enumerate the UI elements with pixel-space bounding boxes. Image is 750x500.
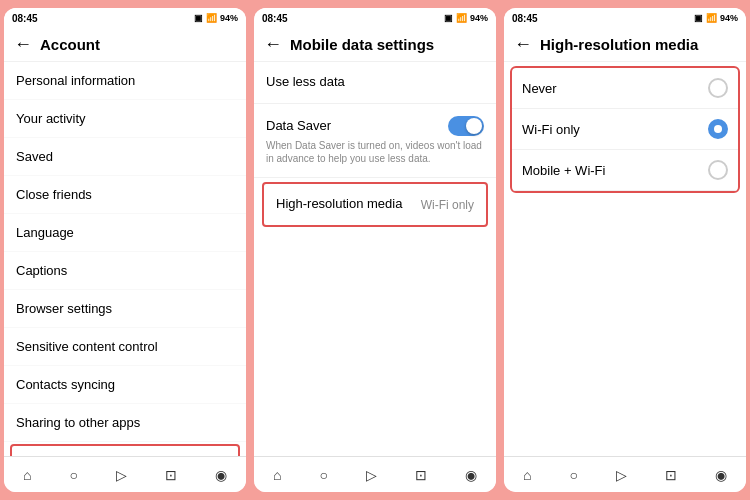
never-label: Never xyxy=(522,81,557,96)
data-saver-inline: Data Saver xyxy=(266,116,484,136)
mobile-data-header: ← Mobile data settings xyxy=(254,28,496,62)
nav-profile-3[interactable]: ◉ xyxy=(715,467,727,483)
status-time-1: 08:45 xyxy=(12,13,38,24)
nav-reels-3[interactable]: ▷ xyxy=(616,467,627,483)
data-saver-desc: When Data Saver is turned on, videos won… xyxy=(266,139,484,165)
back-button-3[interactable]: ← xyxy=(514,34,532,55)
mobile-data-title: Mobile data settings xyxy=(290,36,434,53)
high-res-panel: 08:45 ▣ 📶 94% ← High-resolution media Ne… xyxy=(504,8,746,492)
nav-reels-1[interactable]: ▷ xyxy=(116,467,127,483)
high-res-title: High-resolution media xyxy=(540,36,698,53)
battery-icon: 94% xyxy=(220,13,238,23)
wifi-icon: 📶 xyxy=(206,13,217,23)
menu-item-mobile-data-use[interactable]: Mobile data use xyxy=(10,444,240,456)
mobile-wifi-radio[interactable] xyxy=(708,160,728,180)
data-saver-toggle[interactable] xyxy=(448,116,484,136)
status-icons-2: ▣ 📶 94% xyxy=(444,13,488,23)
status-time-2: 08:45 xyxy=(262,13,288,24)
account-title: Account xyxy=(40,36,100,53)
menu-item-browser-settings[interactable]: Browser settings xyxy=(4,290,246,328)
menu-item-personal-info[interactable]: Personal information xyxy=(4,62,246,100)
menu-item-saved[interactable]: Saved xyxy=(4,138,246,176)
mobile-data-settings-list: Use less data Data Saver When Data Saver… xyxy=(254,62,496,456)
nav-profile-2[interactable]: ◉ xyxy=(465,467,477,483)
menu-item-contacts-syncing[interactable]: Contacts syncing xyxy=(4,366,246,404)
status-bar-2: 08:45 ▣ 📶 94% xyxy=(254,8,496,28)
use-less-data-label: Use less data xyxy=(266,74,484,89)
high-res-media-value: Wi-Fi only xyxy=(421,198,474,212)
battery-icon-2: 94% xyxy=(470,13,488,23)
nav-shop-2[interactable]: ⊡ xyxy=(415,467,427,483)
menu-item-sensitive-content[interactable]: Sensitive content control xyxy=(4,328,246,366)
account-menu-list: Personal information Your activity Saved… xyxy=(4,62,246,456)
menu-item-language[interactable]: Language xyxy=(4,214,246,252)
status-bar-1: 08:45 ▣ 📶 94% xyxy=(4,8,246,28)
signal-icon: ▣ xyxy=(194,13,203,23)
nav-home-3[interactable]: ⌂ xyxy=(523,467,531,483)
nav-search-1[interactable]: ○ xyxy=(69,467,77,483)
nav-home-1[interactable]: ⌂ xyxy=(23,467,31,483)
nav-shop-3[interactable]: ⊡ xyxy=(665,467,677,483)
battery-icon-3: 94% xyxy=(720,13,738,23)
menu-item-your-activity[interactable]: Your activity xyxy=(4,100,246,138)
nav-search-3[interactable]: ○ xyxy=(569,467,577,483)
use-less-data-row[interactable]: Use less data xyxy=(254,62,496,104)
wifi-only-label: Wi-Fi only xyxy=(522,122,580,137)
high-res-media-inline: High-resolution media Wi-Fi only xyxy=(276,196,474,213)
wifi-only-option[interactable]: Wi-Fi only xyxy=(512,109,738,150)
mobile-wifi-option[interactable]: Mobile + Wi-Fi xyxy=(512,150,738,191)
wifi-icon-2: 📶 xyxy=(456,13,467,23)
wifi-icon-3: 📶 xyxy=(706,13,717,23)
nav-search-2[interactable]: ○ xyxy=(319,467,327,483)
signal-icon-3: ▣ xyxy=(694,13,703,23)
account-panel: 08:45 ▣ 📶 94% ← Account Personal informa… xyxy=(4,8,246,492)
menu-item-close-friends[interactable]: Close friends xyxy=(4,176,246,214)
nav-shop-1[interactable]: ⊡ xyxy=(165,467,177,483)
wifi-only-radio[interactable] xyxy=(708,119,728,139)
status-icons-3: ▣ 📶 94% xyxy=(694,13,738,23)
radio-options-group: Never Wi-Fi only Mobile + Wi-Fi xyxy=(510,66,740,193)
status-time-3: 08:45 xyxy=(512,13,538,24)
nav-reels-2[interactable]: ▷ xyxy=(366,467,377,483)
status-bar-3: 08:45 ▣ 📶 94% xyxy=(504,8,746,28)
account-header: ← Account xyxy=(4,28,246,62)
high-res-options-list: Never Wi-Fi only Mobile + Wi-Fi xyxy=(504,62,746,456)
signal-icon-2: ▣ xyxy=(444,13,453,23)
menu-item-captions[interactable]: Captions xyxy=(4,252,246,290)
high-res-media-setting: High-resolution media Wi-Fi only xyxy=(264,184,486,225)
never-radio[interactable] xyxy=(708,78,728,98)
bottom-nav-3: ⌂ ○ ▷ ⊡ ◉ xyxy=(504,456,746,492)
data-saver-row[interactable]: Data Saver When Data Saver is turned on,… xyxy=(254,104,496,178)
mobile-data-panel: 08:45 ▣ 📶 94% ← Mobile data settings Use… xyxy=(254,8,496,492)
mobile-wifi-label: Mobile + Wi-Fi xyxy=(522,163,605,178)
bottom-nav-2: ⌂ ○ ▷ ⊡ ◉ xyxy=(254,456,496,492)
high-res-header: ← High-resolution media xyxy=(504,28,746,62)
high-res-media-label: High-resolution media xyxy=(276,196,402,211)
back-button-1[interactable]: ← xyxy=(14,34,32,55)
nav-home-2[interactable]: ⌂ xyxy=(273,467,281,483)
bottom-nav-1: ⌂ ○ ▷ ⊡ ◉ xyxy=(4,456,246,492)
menu-item-sharing-to-apps[interactable]: Sharing to other apps xyxy=(4,404,246,442)
never-option[interactable]: Never xyxy=(512,68,738,109)
data-saver-label: Data Saver xyxy=(266,118,331,133)
nav-profile-1[interactable]: ◉ xyxy=(215,467,227,483)
high-res-media-row[interactable]: High-resolution media Wi-Fi only xyxy=(262,182,488,227)
back-button-2[interactable]: ← xyxy=(264,34,282,55)
status-icons-1: ▣ 📶 94% xyxy=(194,13,238,23)
